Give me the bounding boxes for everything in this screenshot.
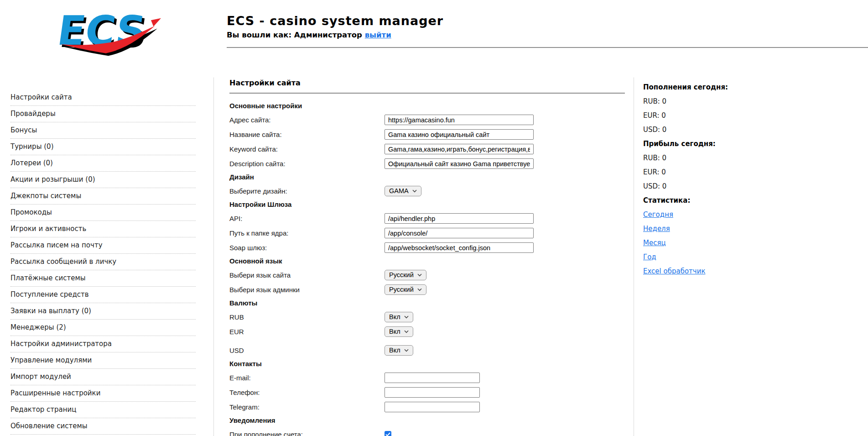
stat-line: RUB: 0 xyxy=(643,97,789,106)
soap-gateway-input[interactable] xyxy=(385,242,534,253)
field-label: API: xyxy=(229,215,385,222)
field-label: Выбери язык сайта xyxy=(229,271,385,279)
stat-line: USD: 0 xyxy=(643,126,789,134)
form-section-heading: Основной язык xyxy=(229,257,625,265)
form-section-heading: Контакты xyxy=(229,360,625,368)
sidebar-item[interactable]: Игроки и активность xyxy=(10,221,196,237)
stats-link[interactable]: Месяц xyxy=(643,239,666,247)
section-divider xyxy=(229,93,625,94)
rub-select[interactable]: Вкл xyxy=(385,312,413,322)
stats-block-title: Статистика: xyxy=(643,196,789,205)
stats-link[interactable]: Excel обработчик xyxy=(643,267,705,276)
form-row: Выбери язык админкиРусский xyxy=(229,284,625,295)
sidebar-item[interactable]: Заявки на выплату (0) xyxy=(10,303,196,320)
checkmark-icon xyxy=(385,432,390,436)
field-label: USD xyxy=(229,347,385,354)
eur-select[interactable]: Вкл xyxy=(385,326,413,337)
stat-line: USD: 0 xyxy=(643,182,789,191)
design-select[interactable]: GAMA xyxy=(385,186,421,196)
form-row: Телефон: xyxy=(229,387,625,398)
settings-form: Основные настройкиАдрес сайта:Название с… xyxy=(229,102,625,436)
main-right-divider xyxy=(634,78,634,436)
select-value: Русский xyxy=(389,271,414,278)
stat-line: EUR: 0 xyxy=(643,168,789,177)
sidebar-item[interactable]: Провайдеры xyxy=(10,106,196,122)
field-label: Телефон: xyxy=(229,389,385,396)
sidebar-item[interactable]: Турниры (0) xyxy=(10,139,196,155)
logout-link[interactable]: выйти xyxy=(365,31,391,39)
form-row: API: xyxy=(229,213,625,224)
site-settings-panel: Настройки сайта Основные настройкиАдрес … xyxy=(229,79,625,436)
form-row: Keyword сайта: xyxy=(229,144,625,154)
form-row: Description сайта: xyxy=(229,158,625,169)
phone-input[interactable] xyxy=(385,387,480,398)
usd-select[interactable]: Вкл xyxy=(385,345,413,356)
sidebar-item[interactable]: Расширенные настройки xyxy=(10,385,196,402)
form-row: Адрес сайта: xyxy=(229,115,625,125)
stats-block-title: Пополнения сегодня: xyxy=(643,83,789,92)
form-row: E-mail: xyxy=(229,373,625,383)
form-section-heading: Настройки Шлюза xyxy=(229,200,625,208)
sidebar-item[interactable]: Бонусы xyxy=(10,122,196,139)
login-status: Вы вошли как: Администратор выйти xyxy=(227,31,443,39)
sidebar-item[interactable]: Промокоды xyxy=(10,205,196,221)
sidebar-item[interactable]: Обновление системы xyxy=(10,418,196,435)
sidebar-item[interactable]: Импорт модулей xyxy=(10,369,196,385)
sidebar-item[interactable]: Лотереи (0) xyxy=(10,155,196,172)
field-label: Telegram: xyxy=(229,403,385,411)
sidebar-item[interactable]: Рассылка сообщений в личку xyxy=(10,254,196,270)
form-row: RUBВкл xyxy=(229,312,625,322)
sidebar-item[interactable]: Джекпоты системы xyxy=(10,188,196,205)
stat-line: RUB: 0 xyxy=(643,154,789,163)
sidebar-item[interactable]: Редактор страниц xyxy=(10,402,196,418)
chevron-down-icon xyxy=(417,288,422,291)
sidebar-item[interactable]: Настройки сайта xyxy=(10,89,196,106)
field-label: При пополнение счета: xyxy=(229,431,385,436)
form-section-heading: Уведомления xyxy=(229,416,625,424)
main-left-divider xyxy=(213,78,214,436)
sidebar-item[interactable]: Менеджеры (2) xyxy=(10,320,196,336)
sidebar-item[interactable]: Акции и розыгрыши (0) xyxy=(10,172,196,188)
form-section-heading: Дизайн xyxy=(229,173,625,181)
form-row: Путь к папке ядра: xyxy=(229,228,625,238)
site-address-input[interactable] xyxy=(385,115,534,125)
stats-link[interactable]: Год xyxy=(643,253,656,262)
select-value: Вкл xyxy=(389,313,400,320)
core-path-input[interactable] xyxy=(385,228,534,238)
form-row: USDВкл xyxy=(229,345,625,356)
sidebar-item[interactable]: Поступление средств xyxy=(10,287,196,303)
stats-block-title: Прибыль сегодня: xyxy=(643,140,789,148)
form-section-heading: Основные настройки xyxy=(229,102,625,110)
field-label: Адрес сайта: xyxy=(229,116,385,124)
select-value: Вкл xyxy=(389,347,400,354)
chevron-down-icon xyxy=(404,330,409,333)
field-label: EUR xyxy=(229,328,385,336)
site-name-input[interactable] xyxy=(385,129,534,140)
chevron-down-icon xyxy=(417,273,422,277)
admin-language-select[interactable]: Русский xyxy=(385,284,426,295)
sidebar-item[interactable]: Платёжные системы xyxy=(10,270,196,287)
chevron-down-icon xyxy=(404,315,409,319)
site-language-select[interactable]: Русский xyxy=(385,270,426,280)
stats-link[interactable]: Сегодня xyxy=(643,210,673,219)
api-input[interactable] xyxy=(385,213,534,224)
right-panel: Пополнения сегодня:RUB: 0EUR: 0USD: 0При… xyxy=(643,83,789,281)
stats-link[interactable]: Неделя xyxy=(643,225,670,233)
field-label: Выберите дизайн: xyxy=(229,187,385,195)
site-description-input[interactable] xyxy=(385,158,534,169)
field-label: Название сайта: xyxy=(229,131,385,138)
page-title: ECS - casino system manager xyxy=(227,14,443,28)
sidebar-item[interactable]: Управление модулями xyxy=(10,352,196,369)
field-label: Путь к папке ядра: xyxy=(229,229,385,237)
sidebar-item[interactable]: Рассылка писем на почту xyxy=(10,237,196,254)
form-row: Название сайта: xyxy=(229,129,625,140)
deposit-notification-checkbox[interactable] xyxy=(385,431,391,436)
site-keywords-input[interactable] xyxy=(385,144,534,154)
field-label: Description сайта: xyxy=(229,160,385,168)
select-value: GAMA xyxy=(389,187,409,194)
sidebar-item[interactable]: Настройки администратора xyxy=(10,336,196,352)
telegram-input[interactable] xyxy=(385,402,480,412)
form-row: Выберите дизайн:GAMA xyxy=(229,186,625,196)
email-input[interactable] xyxy=(385,373,480,383)
stat-line: EUR: 0 xyxy=(643,111,789,120)
